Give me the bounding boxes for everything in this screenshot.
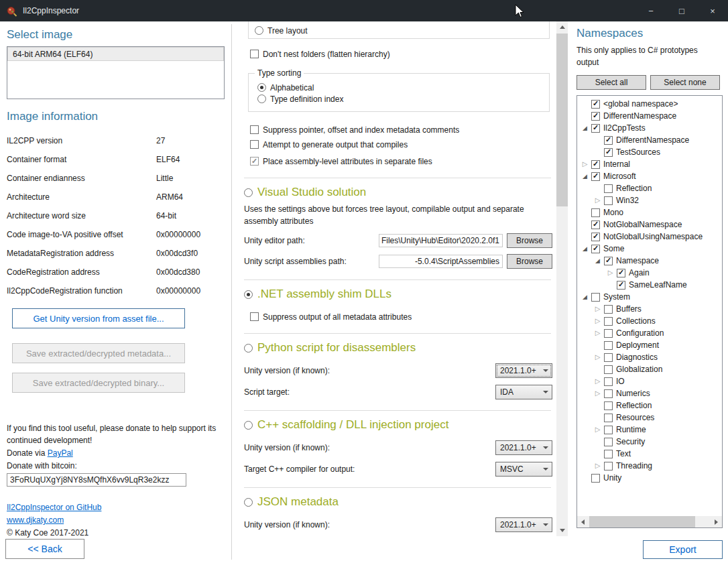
select-none-button[interactable]: Select none xyxy=(650,75,720,90)
tree-checkbox[interactable] xyxy=(604,305,613,314)
tree-checkbox[interactable] xyxy=(617,281,625,290)
scroll-right-button[interactable] xyxy=(711,516,722,527)
tree-node[interactable]: TestSources xyxy=(577,146,722,158)
tree-node[interactable]: Text xyxy=(577,448,722,460)
suppress-metadata-comments-checkbox[interactable] xyxy=(250,125,259,134)
collapse-arrow-icon[interactable]: ◢ xyxy=(581,246,589,252)
tree-checkbox[interactable] xyxy=(591,233,600,241)
back-button[interactable]: << Back xyxy=(5,539,84,559)
website-link[interactable]: www.djkaty.com xyxy=(7,515,64,525)
image-list[interactable]: 64-bit ARM64 (ELF64) xyxy=(7,46,225,99)
collapse-arrow-icon[interactable]: ◢ xyxy=(581,125,589,131)
type-definition-index-radio[interactable] xyxy=(257,95,266,103)
tree-checkbox[interactable] xyxy=(591,100,600,109)
tree-node[interactable]: ▷Numerics xyxy=(577,387,722,399)
tree-node[interactable]: <global namespace> xyxy=(577,98,722,110)
suppress-attributes-checkbox[interactable] xyxy=(250,312,259,321)
tree-checkbox[interactable] xyxy=(604,317,613,326)
vertical-scrollbar[interactable] xyxy=(556,21,568,536)
scroll-left-button[interactable] xyxy=(577,516,589,527)
github-link[interactable]: Il2CppInspector on GitHub xyxy=(7,503,101,512)
collapse-arrow-icon[interactable]: ◢ xyxy=(581,294,589,300)
tree-node[interactable]: ◢System xyxy=(577,291,722,303)
tree-checkbox[interactable] xyxy=(604,389,613,398)
python-script-radio[interactable] xyxy=(244,344,253,353)
scrollbar-thumb[interactable] xyxy=(589,516,695,527)
expand-arrow-icon[interactable]: ▷ xyxy=(606,269,615,276)
expand-arrow-icon[interactable]: ▷ xyxy=(593,306,602,312)
select-all-button[interactable]: Select all xyxy=(577,75,646,90)
expand-arrow-icon[interactable]: ▷ xyxy=(593,426,602,433)
tree-node[interactable]: ▷Threading xyxy=(577,460,722,472)
close-button[interactable]: × xyxy=(697,0,728,21)
collapse-arrow-icon[interactable]: ◢ xyxy=(581,174,589,180)
save-metadata-button[interactable]: Save extracted/decrypted metadata... xyxy=(12,343,185,363)
visual-studio-radio[interactable] xyxy=(244,188,253,197)
tree-checkbox[interactable] xyxy=(604,257,613,265)
tree-node[interactable]: ◢Microsoft xyxy=(577,170,722,182)
tree-checkbox[interactable] xyxy=(591,160,600,169)
tree-checkbox[interactable] xyxy=(591,112,600,121)
script-target-dropdown[interactable]: IDA xyxy=(495,385,552,399)
tree-checkbox[interactable] xyxy=(604,196,613,205)
tree-checkbox[interactable] xyxy=(591,221,600,229)
browse-assemblies-path-button[interactable]: Browse xyxy=(507,254,552,269)
tree-node[interactable]: ▷Buffers xyxy=(577,303,722,315)
tree-node[interactable]: ▷IO xyxy=(577,375,722,387)
cpp-compiler-dropdown[interactable]: MSVC xyxy=(495,462,552,477)
tree-checkbox[interactable] xyxy=(604,148,613,157)
tree-node[interactable]: ◢Namespace xyxy=(577,255,722,267)
tree-checkbox[interactable] xyxy=(604,414,613,422)
scrollbar-thumb[interactable] xyxy=(556,34,568,206)
tree-checkbox[interactable] xyxy=(591,124,600,133)
tree-checkbox[interactable] xyxy=(604,329,613,338)
save-binary-button[interactable]: Save extracted/decrypted binary... xyxy=(12,373,185,393)
expand-arrow-icon[interactable]: ▷ xyxy=(593,378,602,385)
tree-node[interactable]: Resources xyxy=(577,412,722,424)
tree-checkbox[interactable] xyxy=(604,184,613,193)
tree-node[interactable]: ▷Again xyxy=(577,267,722,279)
tree-node[interactable]: NotGlobalUsingNamespace xyxy=(577,231,722,243)
tree-layout-radio[interactable] xyxy=(255,26,263,35)
tree-node[interactable]: ▷Runtime xyxy=(577,424,722,436)
expand-arrow-icon[interactable]: ▷ xyxy=(593,197,602,204)
tree-checkbox[interactable] xyxy=(591,172,600,181)
tree-checkbox[interactable] xyxy=(617,269,625,277)
tree-checkbox[interactable] xyxy=(604,426,613,434)
tree-checkbox[interactable] xyxy=(591,208,600,217)
tree-node[interactable]: Deployment xyxy=(577,339,722,351)
tree-node[interactable]: Security xyxy=(577,436,722,448)
expand-arrow-icon[interactable]: ▷ xyxy=(593,462,602,469)
python-unity-version-dropdown[interactable]: 2021.1.0+ xyxy=(495,363,552,378)
tree-node[interactable]: ◢Il2CppTests xyxy=(577,122,722,134)
expand-arrow-icon[interactable]: ▷ xyxy=(593,318,602,324)
get-unity-version-button[interactable]: Get Unity version from asset file... xyxy=(12,308,185,328)
tree-node[interactable]: ▷Configuration xyxy=(577,327,722,339)
tree-node[interactable]: Unity xyxy=(577,472,722,484)
tree-node[interactable]: Mono xyxy=(577,206,722,218)
export-button[interactable]: Export xyxy=(643,540,723,559)
tree-checkbox[interactable] xyxy=(591,474,600,483)
tree-checkbox[interactable] xyxy=(604,462,613,470)
tree-node[interactable]: ▷Diagnostics xyxy=(577,351,722,363)
tree-checkbox[interactable] xyxy=(604,353,613,362)
unity-editor-path-input[interactable]: Files\Unity\Hub\Editor\2020.2.0f1 xyxy=(379,234,503,247)
tree-checkbox[interactable] xyxy=(604,365,613,374)
paypal-link[interactable]: PayPal xyxy=(48,448,73,458)
alphabetical-radio[interactable] xyxy=(257,83,266,92)
separate-attributes-checkbox[interactable] xyxy=(250,157,259,166)
expand-arrow-icon[interactable]: ▷ xyxy=(593,390,602,397)
tree-checkbox[interactable] xyxy=(604,450,613,458)
collapse-arrow-icon[interactable]: ◢ xyxy=(593,258,602,264)
tree-node[interactable]: DifferentNamespace xyxy=(577,110,722,122)
tree-checkbox[interactable] xyxy=(604,341,613,350)
tree-node[interactable]: ▷Win32 xyxy=(577,194,722,206)
json-metadata-radio[interactable] xyxy=(244,498,253,507)
browse-editor-path-button[interactable]: Browse xyxy=(507,233,552,248)
tree-node[interactable]: ◢Some xyxy=(577,243,722,255)
tree-checkbox[interactable] xyxy=(591,293,600,302)
tree-node[interactable]: ▷Internal xyxy=(577,158,722,170)
tree-node[interactable]: ▷Collections xyxy=(577,315,722,327)
expand-arrow-icon[interactable]: ▷ xyxy=(593,330,602,336)
tree-checkbox[interactable] xyxy=(604,401,613,410)
